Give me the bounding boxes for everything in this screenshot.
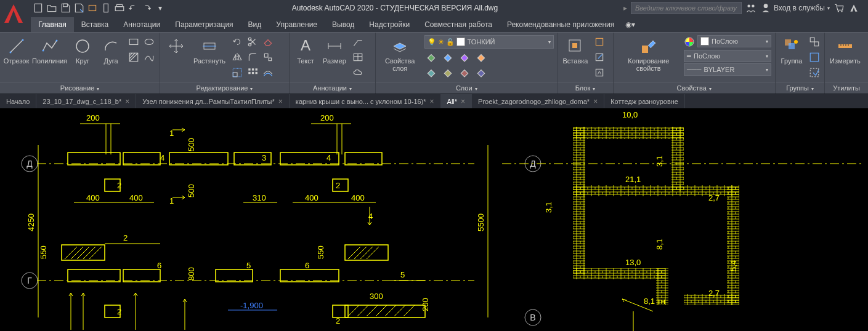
tab-expand-icon[interactable]: ◉▾: [622, 17, 639, 32]
tab-parametric[interactable]: Параметризация: [168, 17, 240, 32]
qat-dropdown-icon[interactable]: ▾: [154, 2, 166, 14]
table-icon[interactable]: [351, 50, 365, 64]
arc-button[interactable]: Дуга: [99, 35, 123, 66]
array-icon[interactable]: [246, 66, 259, 79]
leader-icon[interactable]: [351, 35, 365, 49]
polyline-button[interactable]: Полилиния: [33, 35, 67, 66]
search-input[interactable]: Введите ключевое слово/фразу: [631, 2, 742, 14]
tab-insert[interactable]: Вставка: [74, 17, 116, 32]
panel-layers-title[interactable]: Слои▾: [376, 82, 558, 94]
panel-properties-title[interactable]: Свойства▾: [614, 82, 775, 94]
web-icon[interactable]: [86, 2, 99, 14]
edit-block-icon[interactable]: [593, 50, 606, 64]
panel-block-title[interactable]: Блок▾: [558, 82, 613, 94]
trim-icon[interactable]: [246, 35, 259, 49]
undo-icon[interactable]: [127, 2, 139, 14]
autodesk-icon[interactable]: [848, 2, 859, 14]
file-tab-3[interactable]: карниз крыши с выно... с уклоном 10-16)*…: [290, 94, 441, 109]
person-icon[interactable]: [745, 2, 756, 14]
match-properties-button[interactable]: Копирование свойств: [617, 35, 680, 73]
panel-utilities-title[interactable]: Утилиты: [825, 82, 868, 94]
saveas-icon[interactable]: [73, 2, 85, 14]
mobile-icon[interactable]: [100, 2, 112, 14]
block-attr-icon[interactable]: A: [593, 66, 606, 79]
color-combo[interactable]: ПоСлою▾: [697, 35, 771, 47]
tab-addins[interactable]: Надстройки: [362, 17, 417, 32]
layer-off-icon[interactable]: [424, 50, 438, 63]
close-icon[interactable]: ×: [461, 97, 465, 106]
spline-icon[interactable]: [142, 50, 156, 64]
redo-icon[interactable]: [140, 2, 153, 14]
svg-rect-2: [89, 6, 95, 11]
ungroup-icon[interactable]: [808, 35, 821, 49]
panel-annotation-title[interactable]: Аннотации▾: [290, 82, 375, 94]
scale-icon[interactable]: [230, 66, 244, 79]
rotate-icon[interactable]: [230, 35, 244, 49]
group-select-icon[interactable]: [808, 66, 821, 79]
tab-featured[interactable]: Рекомендованные приложения: [500, 17, 622, 32]
panel-modify-title[interactable]: Редактирование▾: [160, 82, 289, 94]
close-icon[interactable]: ×: [593, 97, 598, 106]
offset-icon[interactable]: [261, 66, 275, 79]
tab-annotate[interactable]: Аннотации: [116, 17, 168, 32]
svg-line-146: [385, 305, 396, 316]
app-logo[interactable]: [1, 1, 26, 26]
layer-lock-icon[interactable]: [458, 50, 471, 63]
close-icon[interactable]: ×: [125, 97, 129, 106]
explode-icon[interactable]: [261, 50, 275, 64]
layer-freeze-icon[interactable]: [441, 50, 455, 63]
line-button[interactable]: Отрезок: [4, 35, 29, 66]
tab-manage[interactable]: Управление: [269, 17, 325, 32]
quick-access-toolbar: ▾: [32, 2, 166, 14]
circle-button[interactable]: Круг: [70, 35, 95, 66]
save-icon[interactable]: [59, 2, 71, 14]
layer-unisolate-icon[interactable]: [441, 65, 455, 79]
tab-home[interactable]: Главная: [31, 17, 74, 32]
layer-match-icon[interactable]: [458, 65, 471, 79]
measure-button[interactable]: Измерить: [829, 35, 862, 66]
text-button[interactable]: A Текст: [293, 35, 318, 66]
erase-icon[interactable]: [261, 35, 275, 49]
layer-previous-icon[interactable]: [474, 65, 488, 79]
group-edit-icon[interactable]: [808, 50, 821, 64]
layer-make-current-icon[interactable]: [474, 50, 488, 63]
rectangle-icon[interactable]: [127, 35, 140, 49]
drawing-canvas[interactable]: 4250 Д Г 200 200 4 1 500 3 4 2 400 400 1: [0, 108, 868, 331]
create-block-icon[interactable]: [593, 35, 606, 49]
new-icon[interactable]: [32, 2, 44, 14]
stretch-button[interactable]: Растянуть: [192, 35, 227, 66]
tab-output[interactable]: Вывод: [325, 17, 362, 32]
dimension-button[interactable]: Размер: [322, 35, 347, 66]
layer-properties-button[interactable]: Свойства слоя: [379, 35, 421, 73]
linetype-combo[interactable]: ───BYLAYER▾: [684, 63, 771, 76]
file-tab-5[interactable]: Proekt_zagorodnogo_zhilogo_doma*×: [472, 94, 604, 109]
cloud-icon[interactable]: [351, 66, 365, 79]
group-button[interactable]: Группа: [779, 35, 804, 66]
ellipse-icon[interactable]: [142, 35, 156, 49]
svg-rect-174: [573, 127, 585, 274]
tab-view[interactable]: Вид: [241, 17, 269, 32]
insert-button[interactable]: Вставка: [562, 35, 590, 66]
file-tab-4[interactable]: All*×: [441, 94, 473, 109]
file-tab-start[interactable]: Начало: [0, 94, 36, 109]
cart-icon[interactable]: [834, 2, 845, 14]
file-tab-6[interactable]: Коттедж разноуровне: [604, 94, 685, 109]
panel-draw-title[interactable]: Рисование▾: [0, 82, 160, 94]
panel-groups-title[interactable]: Группы▾: [776, 82, 824, 94]
layer-isolate-icon[interactable]: [424, 65, 438, 79]
hatch-icon[interactable]: [127, 50, 140, 64]
file-tab-2[interactable]: Узел понижения дл...РампыТактилПлиты*×: [136, 94, 290, 109]
signin-button[interactable]: Вход в службы▾: [760, 2, 830, 14]
close-icon[interactable]: ×: [278, 97, 283, 106]
close-icon[interactable]: ×: [430, 97, 434, 106]
move-button[interactable]: [164, 35, 189, 57]
lineweight-combo[interactable]: ━ПоСлою▾: [684, 50, 771, 62]
tab-collaborate[interactable]: Совместная работа: [417, 17, 500, 32]
file-tab-1[interactable]: 23_10_17_dwg_c_118_b*×: [36, 94, 136, 109]
layer-combo[interactable]: 💡☀🔓 ТОНКИЙ▾: [424, 35, 554, 49]
plot-icon[interactable]: [113, 2, 126, 14]
open-icon[interactable]: [46, 2, 58, 14]
svg-text:300: 300: [370, 292, 383, 301]
mirror-icon[interactable]: [230, 50, 244, 64]
fillet-icon[interactable]: [246, 50, 259, 64]
